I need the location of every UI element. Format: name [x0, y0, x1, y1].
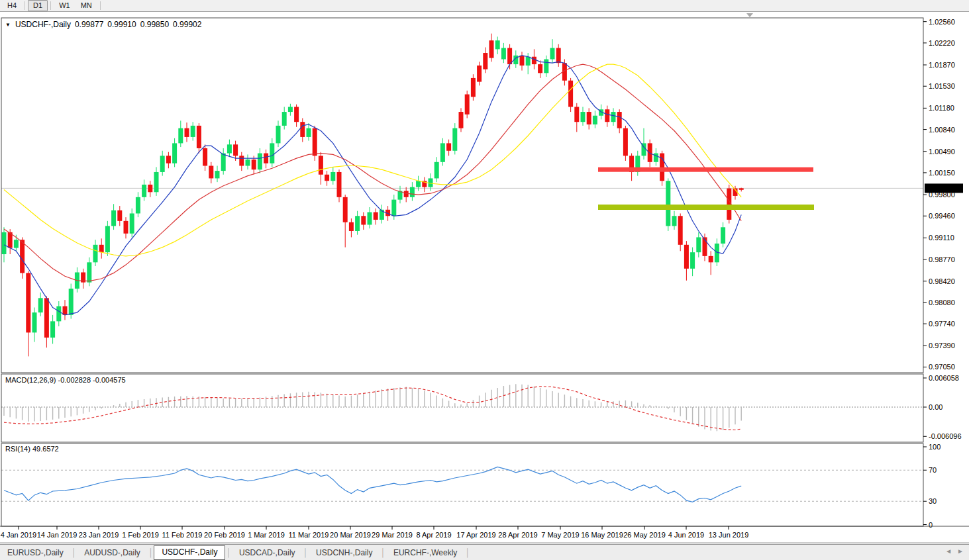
svg-text:16 May 2019: 16 May 2019	[581, 531, 623, 539]
svg-text:70: 70	[929, 466, 937, 474]
symbol-marker-icon: ▼	[5, 22, 11, 28]
ohlc-close: 0.99902	[173, 20, 201, 29]
svg-text:4 Jun 2019: 4 Jun 2019	[668, 531, 704, 539]
tab-separator: │	[225, 548, 232, 557]
tab-eurchf-weekly[interactable]: EURCHF-,Weekly	[386, 546, 464, 559]
svg-text:0.00: 0.00	[929, 403, 943, 411]
rsi-label: RSI(14) 49.6572	[5, 445, 59, 453]
svg-text:1.00150: 1.00150	[929, 169, 955, 177]
svg-text:30: 30	[929, 497, 937, 505]
svg-text:1 Mar 2019: 1 Mar 2019	[248, 531, 285, 539]
svg-text:0.99110: 0.99110	[929, 234, 954, 242]
tab-eurusd-daily[interactable]: EURUSD-,Daily	[0, 546, 71, 559]
tab-scroll-arrows: ◄ ►	[945, 547, 964, 555]
svg-text:20 Feb 2019: 20 Feb 2019	[204, 531, 245, 539]
svg-text:1.01530: 1.01530	[929, 82, 955, 90]
tab-usdcad-daily[interactable]: USDCAD-,Daily	[232, 546, 303, 559]
svg-text:0.99902: 0.99902	[929, 184, 955, 192]
timeframe-button-h4[interactable]: H4	[2, 0, 22, 11]
symbol-tab-bar: EURUSD-,Daily│AUDUSD-,Daily│USDCHF-,Dail…	[0, 544, 969, 560]
svg-text:8 Apr 2019: 8 Apr 2019	[416, 531, 451, 539]
support-line[interactable]	[598, 205, 814, 210]
svg-text:0.99460: 0.99460	[929, 212, 955, 220]
svg-text:1.02560: 1.02560	[929, 18, 955, 26]
toolbar-separator	[25, 1, 25, 10]
svg-text:0.98420: 0.98420	[929, 277, 955, 285]
svg-text:0: 0	[929, 521, 933, 529]
svg-text:4 Jan 2019: 4 Jan 2019	[1, 531, 36, 539]
svg-text:29 Mar 2019: 29 Mar 2019	[372, 531, 413, 539]
svg-text:26 May 2019: 26 May 2019	[623, 531, 666, 539]
tabs-scroll-right-button[interactable]: ►	[957, 547, 964, 555]
chart-title: ▼ USDCHF-,Daily 0.99877 0.99910 0.99850 …	[5, 20, 201, 29]
svg-text:100: 100	[929, 443, 941, 451]
ohlc-high: 0.99910	[107, 20, 136, 29]
resistance-line[interactable]	[598, 167, 813, 172]
svg-text:11 Mar 2019: 11 Mar 2019	[289, 531, 329, 539]
svg-text:1 Feb 2019: 1 Feb 2019	[122, 531, 159, 539]
timeframe-toolbar: H4D1W1MN	[0, 0, 969, 12]
svg-text:1.00840: 1.00840	[929, 126, 955, 134]
toolbar-separator	[100, 1, 101, 10]
svg-text:1.01180: 1.01180	[929, 104, 954, 112]
svg-text:0.98080: 0.98080	[929, 299, 955, 306]
tab-separator: │	[464, 548, 471, 557]
timeframe-button-mn[interactable]: MN	[76, 0, 97, 11]
tab-usdcnh-daily[interactable]: USDCNH-,Daily	[309, 546, 380, 559]
svg-text:28 Apr 2019: 28 Apr 2019	[498, 531, 537, 539]
svg-text:13 Jun 2019: 13 Jun 2019	[709, 531, 749, 539]
tab-audusd-daily[interactable]: AUDUSD-,Daily	[77, 546, 148, 559]
svg-text:17 Apr 2019: 17 Apr 2019	[456, 531, 495, 539]
toolbar-separator	[50, 1, 51, 10]
svg-text:11 Feb 2019: 11 Feb 2019	[162, 531, 203, 539]
tab-usdchf-daily[interactable]: USDCHF-,Daily	[154, 545, 225, 560]
timeframe-button-d1[interactable]: D1	[28, 0, 48, 11]
svg-text:0.97390: 0.97390	[929, 342, 955, 350]
ohlc-low: 0.99850	[140, 20, 169, 29]
svg-text:23 Jan 2019: 23 Jan 2019	[79, 531, 119, 539]
symbol-name: USDCHF-,Daily	[15, 20, 71, 29]
svg-text:14 Jan 2019: 14 Jan 2019	[37, 531, 77, 539]
svg-text:0.006058: 0.006058	[929, 374, 959, 382]
tab-separator: │	[303, 548, 309, 557]
ohlc-open: 0.99877	[75, 20, 103, 29]
tab-separator: │	[148, 548, 154, 557]
timeframe-button-w1[interactable]: W1	[54, 0, 76, 11]
tab-separator: │	[71, 548, 77, 557]
svg-text:1.00490: 1.00490	[929, 148, 955, 156]
chart-window-background	[0, 12, 969, 543]
tabs-scroll-left-button[interactable]: ◄	[945, 547, 952, 555]
svg-text:0.98770: 0.98770	[929, 256, 955, 263]
svg-text:1.02220: 1.02220	[929, 39, 955, 47]
svg-text:20 Mar 2019: 20 Mar 2019	[330, 531, 371, 539]
tab-separator: │	[380, 548, 386, 557]
svg-text:1.01870: 1.01870	[929, 61, 955, 69]
svg-text:7 May 2019: 7 May 2019	[541, 531, 579, 539]
svg-text:0.97050: 0.97050	[929, 363, 955, 371]
svg-text:-0.006096: -0.006096	[929, 432, 962, 440]
macd-label: MACD(12,26,9) -0.002828 -0.004575	[5, 376, 126, 384]
chart-area[interactable]: 1.025601.022201.018701.015301.011801.008…	[0, 0, 969, 560]
svg-text:0.97740: 0.97740	[929, 320, 955, 328]
